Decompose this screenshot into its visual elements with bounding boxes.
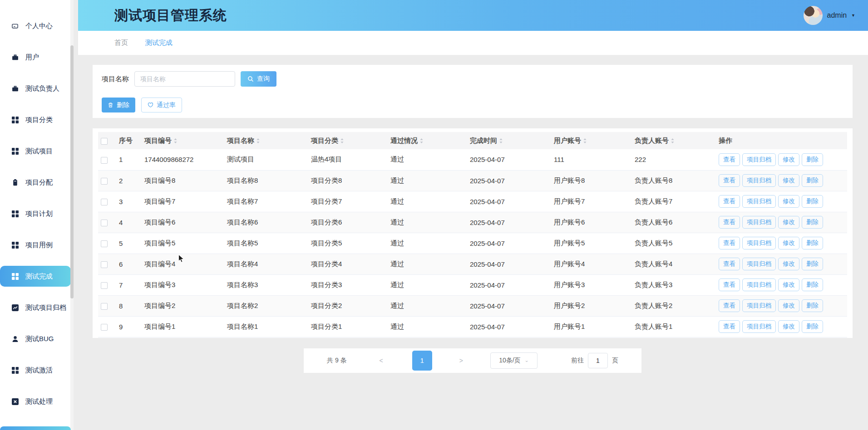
sort-icon[interactable]: [583, 137, 587, 145]
row-action-0[interactable]: 查看: [719, 216, 740, 229]
project-name-input[interactable]: [134, 71, 235, 87]
row-action-2[interactable]: 修改: [778, 195, 799, 208]
avatar[interactable]: [804, 6, 823, 25]
row-action-1[interactable]: 项目归档: [742, 153, 776, 166]
row-action-1[interactable]: 项目归档: [742, 174, 776, 187]
cell: 2: [116, 170, 142, 191]
row-action-0[interactable]: 查看: [719, 237, 740, 249]
row-action-1[interactable]: 项目归档: [742, 320, 776, 333]
sort-icon[interactable]: [256, 137, 260, 145]
sidebar-item-7[interactable]: 项目用例: [0, 235, 74, 255]
row-action-3[interactable]: 删除: [802, 237, 823, 249]
row-action-1[interactable]: 项目归档: [742, 237, 776, 249]
sort-icon[interactable]: [671, 137, 675, 145]
sidebar-scrollbar-thumb[interactable]: [70, 45, 74, 298]
sidebar-item-10[interactable]: 测试BUG: [0, 328, 74, 349]
row-action-3[interactable]: 删除: [802, 299, 823, 312]
column-header-7[interactable]: 负责人账号: [632, 132, 716, 149]
row-action-0[interactable]: 查看: [719, 320, 740, 333]
page-size-select[interactable]: 10条/页 ⌄: [490, 352, 538, 369]
row-action-3[interactable]: 删除: [802, 216, 823, 229]
row-action-0[interactable]: 查看: [719, 258, 740, 270]
sidebar-item-9[interactable]: 测试项目归档: [0, 297, 74, 318]
prev-page-button[interactable]: <: [380, 357, 383, 364]
goto-page-input[interactable]: [588, 353, 608, 368]
grid-icon: [12, 273, 19, 280]
column-header-5[interactable]: 完成时间: [467, 132, 551, 149]
cell: 通过: [388, 212, 467, 233]
row-action-0[interactable]: 查看: [719, 153, 740, 166]
row-checkbox[interactable]: [101, 324, 108, 331]
row-action-3[interactable]: 删除: [802, 320, 823, 333]
row-action-1[interactable]: 项目归档: [742, 258, 776, 270]
sidebar-item-2[interactable]: 测试负责人: [0, 78, 74, 99]
row-checkbox[interactable]: [101, 282, 108, 289]
sidebar-item-11[interactable]: 测试激活: [0, 360, 74, 381]
row-checkbox[interactable]: [101, 261, 108, 268]
sort-icon[interactable]: [340, 137, 344, 145]
row-action-3[interactable]: 删除: [802, 174, 823, 187]
row-action-3[interactable]: 删除: [802, 279, 823, 291]
row-action-2[interactable]: 修改: [778, 299, 799, 312]
row-action-3[interactable]: 删除: [802, 195, 823, 208]
row-action-2[interactable]: 修改: [778, 320, 799, 333]
row-action-1[interactable]: 项目归档: [742, 299, 776, 312]
page-number-button[interactable]: 1: [412, 351, 432, 371]
grid-icon: [12, 366, 19, 374]
cell: 项目编号5: [142, 233, 224, 254]
column-header-2[interactable]: 项目名称: [224, 132, 308, 149]
row-checkbox[interactable]: [101, 157, 108, 164]
row-action-1[interactable]: 项目归档: [742, 279, 776, 291]
row-action-0[interactable]: 查看: [719, 195, 740, 208]
tab-test-complete[interactable]: 测试完成: [145, 39, 173, 47]
row-action-2[interactable]: 修改: [778, 153, 799, 166]
query-button[interactable]: 查询: [241, 71, 276, 87]
sidebar-item-4[interactable]: 测试项目: [0, 141, 74, 161]
row-action-3[interactable]: 删除: [802, 258, 823, 270]
row-action-0[interactable]: 查看: [719, 299, 740, 312]
row-action-2[interactable]: 修改: [778, 237, 799, 249]
pass-rate-button[interactable]: 通过率: [141, 98, 182, 112]
column-header-1[interactable]: 项目编号: [142, 132, 224, 149]
sidebar-item-1[interactable]: 用户: [0, 47, 74, 68]
row-checkbox[interactable]: [101, 178, 108, 185]
sort-icon[interactable]: [499, 137, 503, 145]
sidebar-item-0[interactable]: 个人中心: [0, 15, 74, 36]
sidebar-item-label: 测试完成: [25, 272, 53, 281]
table-row: 4项目编号6项目名称6项目分类6通过2025-04-07用户账号6负责人账号6查…: [98, 212, 847, 233]
sidebar-item-12[interactable]: 测试处理: [0, 391, 74, 412]
sidebar-item-3[interactable]: 项目分类: [0, 109, 74, 130]
sidebar-item-label: 个人中心: [25, 22, 53, 30]
cell: 2025-04-07: [467, 295, 551, 316]
sidebar-item-8[interactable]: 测试完成: [0, 266, 71, 287]
cell: 测试项目: [224, 149, 308, 170]
row-action-3[interactable]: 删除: [802, 153, 823, 166]
next-page-button[interactable]: >: [459, 357, 463, 364]
row-action-0[interactable]: 查看: [719, 279, 740, 291]
sidebar-item-label: 测试项目归档: [25, 303, 66, 312]
row-action-2[interactable]: 修改: [778, 258, 799, 270]
row-checkbox[interactable]: [101, 303, 108, 310]
select-all-checkbox[interactable]: [101, 138, 108, 145]
sidebar-item-label: 测试项目: [25, 147, 53, 156]
column-header-6[interactable]: 用户账号: [551, 132, 632, 149]
row-checkbox[interactable]: [101, 220, 108, 226]
row-action-1[interactable]: 项目归档: [742, 195, 776, 208]
row-checkbox[interactable]: [101, 199, 108, 205]
sort-icon[interactable]: [419, 137, 424, 145]
user-menu[interactable]: admin ▼: [804, 6, 856, 25]
sort-icon[interactable]: [173, 137, 178, 145]
sidebar-item-5[interactable]: 项目分配: [0, 172, 74, 193]
column-header-4[interactable]: 通过情况: [388, 132, 467, 149]
row-checkbox[interactable]: [101, 240, 108, 247]
row-action-0[interactable]: 查看: [719, 174, 740, 187]
row-action-2[interactable]: 修改: [778, 279, 799, 291]
column-header-3[interactable]: 项目分类: [308, 132, 388, 149]
row-action-1[interactable]: 项目归档: [742, 216, 776, 229]
sidebar-item-6[interactable]: 项目计划: [0, 203, 74, 224]
row-action-2[interactable]: 修改: [778, 174, 799, 187]
tab-home[interactable]: 首页: [114, 39, 128, 47]
delete-button[interactable]: 删除: [102, 98, 135, 112]
cell: 通过: [388, 191, 467, 212]
row-action-2[interactable]: 修改: [778, 216, 799, 229]
